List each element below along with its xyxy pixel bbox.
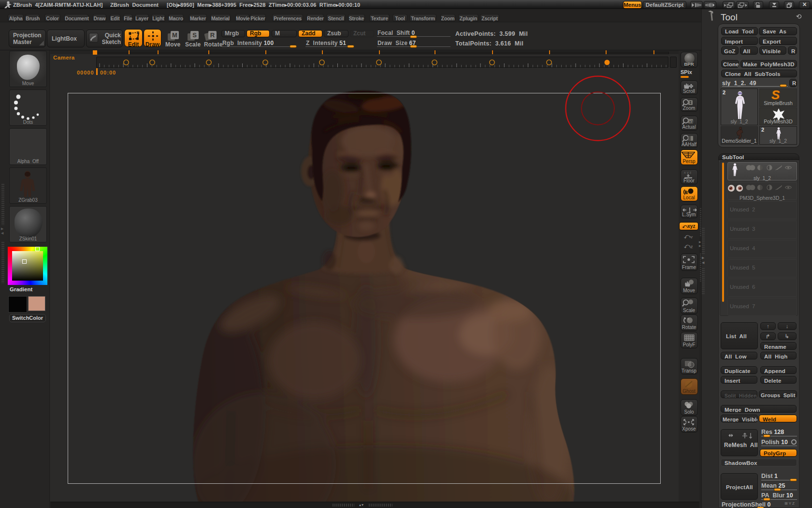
svg-text:xyz: xyz — [684, 171, 692, 175]
svg-text:L: L — [685, 190, 688, 195]
svg-text:x1: x1 — [689, 120, 693, 124]
